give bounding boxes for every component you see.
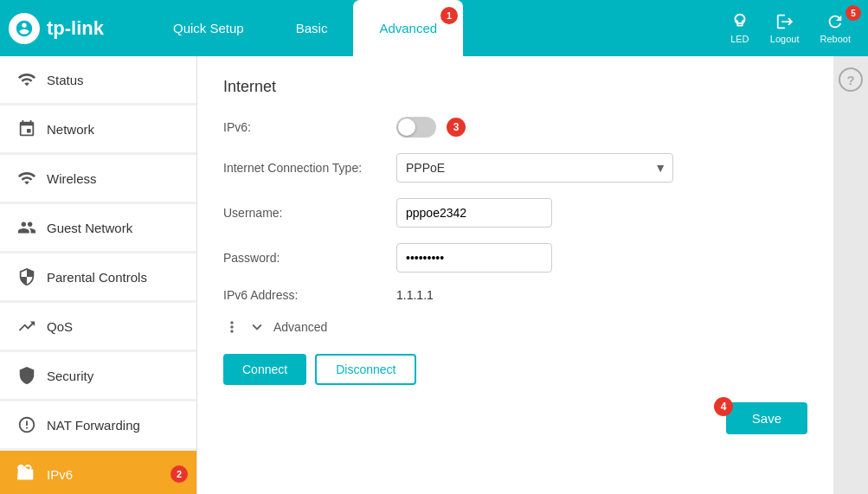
right-panel: ? — [833, 56, 868, 494]
toggle-knob — [398, 119, 415, 136]
header-actions: LED Logout Reboot 5 — [722, 7, 859, 49]
page-title: Internet — [223, 78, 807, 96]
sidebar-item-guest-network-label: Guest Network — [47, 221, 132, 235]
connection-type-row: Internet Connection Type: PPPoE Dynamic … — [223, 153, 807, 183]
connection-type-label: Internet Connection Type: — [223, 161, 396, 175]
advanced-toggle[interactable]: Advanced — [223, 318, 807, 337]
led-button[interactable]: LED — [722, 7, 758, 49]
sidebar-item-status-label: Status — [47, 73, 84, 87]
sidebar-item-wireless[interactable]: Wireless — [0, 155, 196, 202]
led-label: LED — [730, 34, 749, 44]
connection-type-control: PPPoE Dynamic IP Static IP L2TP PPTP ▼ — [396, 153, 673, 183]
main-layout: Status Network Wireless Guest Network Pa… — [0, 56, 868, 494]
sidebar-item-parental-controls[interactable]: Parental Controls — [0, 253, 196, 300]
username-row: Username: — [223, 198, 807, 228]
ipv6-toggle[interactable] — [396, 117, 436, 138]
logo-text: tp-link — [47, 17, 104, 40]
ipv6-control: 3 — [396, 117, 466, 138]
sidebar-item-qos-label: QoS — [47, 319, 73, 334]
sidebar-item-security-label: Security — [47, 369, 93, 383]
tab-advanced[interactable]: Advanced 1 — [353, 0, 463, 56]
username-control — [396, 198, 552, 228]
action-buttons: Connect Disconnect — [223, 354, 807, 385]
sidebar-item-nat-forwarding[interactable]: NAT Forwarding — [0, 401, 196, 448]
help-icon[interactable]: ? — [836, 65, 865, 94]
connect-button[interactable]: Connect — [223, 354, 306, 385]
ipv6-address-row: IPv6 Address: 1.1.1.1 — [223, 288, 807, 302]
tab-advanced-badge: 1 — [440, 7, 458, 24]
sidebar-item-ipv6[interactable]: IPv6 2 — [0, 451, 196, 494]
ipv6-address-value: 1.1.1.1 — [396, 288, 434, 302]
sidebar-item-network-label: Network — [47, 122, 94, 137]
logo-icon — [9, 13, 40, 44]
connection-type-select[interactable]: PPPoE Dynamic IP Static IP L2TP PPTP — [396, 153, 673, 183]
logo: tp-link — [9, 13, 147, 44]
sidebar-item-nat-forwarding-label: NAT Forwarding — [47, 418, 140, 433]
ipv6-label: IPv6: — [223, 120, 396, 134]
ipv6-address-control: 1.1.1.1 — [396, 288, 434, 302]
sidebar-item-qos[interactable]: QoS — [0, 303, 196, 350]
sidebar-item-wireless-label: Wireless — [47, 171, 97, 186]
password-input[interactable] — [396, 243, 552, 273]
save-area: 4 Save — [223, 402, 807, 434]
sidebar-item-status[interactable]: Status — [0, 56, 196, 103]
logout-label: Logout — [770, 34, 800, 44]
username-label: Username: — [223, 206, 396, 220]
help-circle: ? — [839, 67, 863, 92]
ipv6-toggle-badge: 3 — [447, 118, 466, 137]
header: tp-link Quick Setup Basic Advanced 1 LED… — [0, 0, 868, 56]
sidebar-item-ipv6-label: IPv6 — [47, 467, 73, 482]
tab-basic[interactable]: Basic — [270, 0, 354, 56]
password-control — [396, 243, 552, 273]
sidebar: Status Network Wireless Guest Network Pa… — [0, 56, 197, 494]
reboot-button[interactable]: Reboot 5 — [812, 7, 859, 49]
tab-quick-setup[interactable]: Quick Setup — [147, 0, 270, 56]
username-input[interactable] — [396, 198, 552, 228]
ipv6-row: IPv6: 3 — [223, 117, 807, 138]
sidebar-item-ipv6-badge: 2 — [170, 465, 188, 483]
password-row: Password: — [223, 243, 807, 273]
content-area: Internet IPv6: 3 Internet Connection Typ… — [197, 56, 833, 494]
help-label: ? — [846, 73, 854, 87]
reboot-label: Reboot — [820, 34, 851, 44]
sidebar-item-guest-network[interactable]: Guest Network — [0, 204, 196, 251]
save-badge: 4 — [714, 397, 733, 416]
disconnect-button[interactable]: Disconnect — [315, 354, 416, 385]
ipv6-address-label: IPv6 Address: — [223, 288, 396, 302]
nav-tabs: Quick Setup Basic Advanced 1 — [147, 0, 722, 56]
advanced-toggle-label: Advanced — [273, 320, 327, 334]
save-button[interactable]: Save — [726, 402, 807, 434]
password-label: Password: — [223, 251, 396, 265]
sidebar-item-parental-controls-label: Parental Controls — [47, 270, 147, 285]
connection-type-select-wrapper: PPPoE Dynamic IP Static IP L2TP PPTP ▼ — [396, 153, 673, 183]
logout-button[interactable]: Logout — [762, 7, 808, 49]
reboot-badge: 5 — [845, 5, 861, 21]
sidebar-item-security[interactable]: Security — [0, 352, 196, 399]
sidebar-item-network[interactable]: Network — [0, 106, 196, 152]
